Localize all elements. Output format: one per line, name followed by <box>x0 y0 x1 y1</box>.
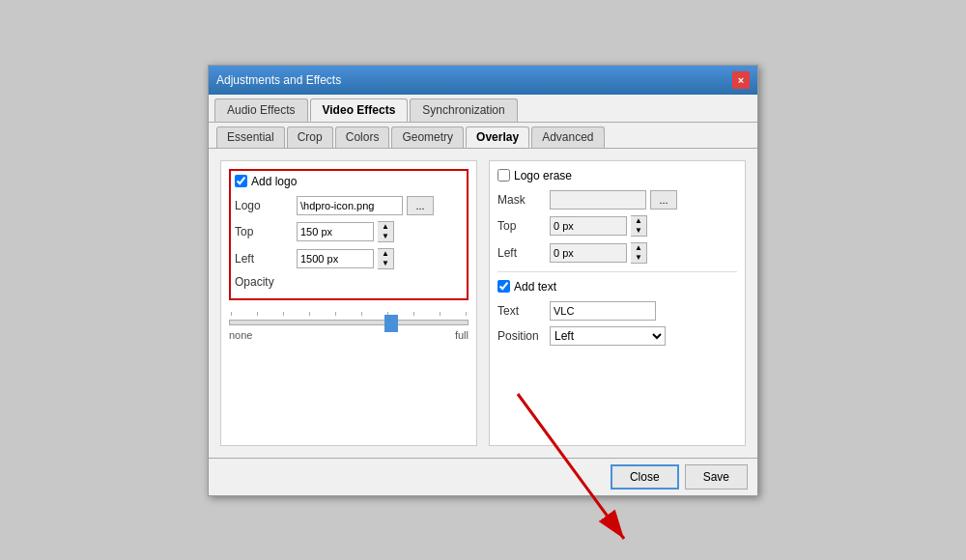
logo-row: Logo ... <box>235 196 463 215</box>
logo-erase-checkbox[interactable] <box>497 169 510 182</box>
top-spinner[interactable]: ▲ ▼ <box>378 221 394 242</box>
mask-browse-button[interactable]: ... <box>650 190 677 210</box>
right-left-label: Left <box>497 246 546 260</box>
logo-browse-button[interactable]: ... <box>407 196 434 215</box>
opacity-label: Opacity <box>235 275 293 289</box>
top-row: Top ▲ ▼ <box>235 221 463 242</box>
add-logo-checkbox[interactable] <box>235 175 247 187</box>
content-area: Add logo Logo ... Top ▲ ▼ <box>209 149 757 458</box>
close-button[interactable]: Close <box>611 464 679 490</box>
position-row: Position Left Right Center Top Bottom <box>497 326 737 346</box>
tick <box>283 312 284 316</box>
left-panel: Add logo Logo ... Top ▲ ▼ <box>220 160 477 446</box>
tick <box>361 312 362 316</box>
inner-tab-bar: Essential Crop Colors Geometry Overlay A… <box>209 123 757 149</box>
left-row: Left ▲ ▼ <box>235 248 463 269</box>
add-logo-header: Add logo <box>235 175 463 188</box>
left-down-button[interactable]: ▼ <box>378 259 393 268</box>
position-label: Position <box>497 329 546 343</box>
text-row: Text <box>497 301 737 321</box>
opacity-slider[interactable] <box>229 320 469 325</box>
tick <box>413 312 414 316</box>
right-left-up[interactable]: ▲ <box>631 243 646 253</box>
right-left-down[interactable]: ▼ <box>631 253 646 263</box>
tab-audio-effects[interactable]: Audio Effects <box>214 98 308 122</box>
left-label: Left <box>235 252 293 266</box>
right-top-label: Top <box>497 219 546 233</box>
right-left-spinner[interactable]: ▲ ▼ <box>631 242 647 264</box>
tick <box>257 312 258 316</box>
close-button[interactable]: × <box>732 71 750 89</box>
text-input[interactable] <box>550 301 656 321</box>
top-up-button[interactable]: ▲ <box>378 222 393 232</box>
tick <box>309 312 310 316</box>
tick <box>440 312 440 316</box>
right-left-row: Left ▲ ▼ <box>497 242 737 264</box>
add-logo-text: Add logo <box>251 175 297 188</box>
tick <box>231 312 232 316</box>
tab-crop[interactable]: Crop <box>287 126 333 148</box>
tab-advanced[interactable]: Advanced <box>531 126 604 148</box>
mask-input[interactable] <box>550 190 646 210</box>
slider-none-label: none <box>229 329 252 341</box>
logo-label: Logo <box>235 199 293 212</box>
mask-label: Mask <box>497 193 546 207</box>
title-bar: Adjustments and Effects × <box>209 66 757 95</box>
tick <box>466 312 467 316</box>
add-text-checkbox[interactable] <box>497 280 510 293</box>
position-select[interactable]: Left Right Center Top Bottom <box>550 326 666 346</box>
outer-tab-bar: Audio Effects Video Effects Synchronizat… <box>209 95 757 123</box>
right-panel: Logo erase Mask ... Top ▲ ▼ Left <box>489 160 746 446</box>
tab-synchronization[interactable]: Synchronization <box>410 98 517 122</box>
logo-erase-label: Logo erase <box>514 169 572 182</box>
opacity-slider-container: none full <box>229 308 469 345</box>
tab-video-effects[interactable]: Video Effects <box>310 98 409 122</box>
right-top-input[interactable] <box>550 216 627 236</box>
tab-colors[interactable]: Colors <box>335 126 390 148</box>
mask-row: Mask ... <box>497 190 737 210</box>
slider-thumb[interactable] <box>384 315 398 332</box>
add-logo-section: Add logo Logo ... Top ▲ ▼ <box>229 169 469 300</box>
save-button[interactable]: Save <box>685 464 748 490</box>
tab-overlay[interactable]: Overlay <box>466 126 529 148</box>
slider-labels: none full <box>229 329 469 341</box>
top-label: Top <box>235 225 293 238</box>
opacity-row: Opacity <box>235 275 463 289</box>
left-spinner[interactable]: ▲ ▼ <box>378 248 394 269</box>
slider-ticks <box>229 312 469 316</box>
footer: Close Save <box>209 458 757 495</box>
right-top-down[interactable]: ▼ <box>631 226 646 236</box>
tick <box>335 312 336 316</box>
top-down-button[interactable]: ▼ <box>378 232 393 241</box>
dialog-title: Adjustments and Effects <box>216 73 341 87</box>
add-text-row: Add text <box>497 280 737 294</box>
slider-full-label: full <box>455 329 469 341</box>
tab-essential[interactable]: Essential <box>216 126 285 148</box>
dialog: Adjustments and Effects × Audio Effects … <box>208 65 758 496</box>
logo-erase-row: Logo erase <box>497 169 737 182</box>
right-top-spinner[interactable]: ▲ ▼ <box>631 215 647 237</box>
text-label: Text <box>497 304 546 318</box>
left-input[interactable] <box>297 249 374 268</box>
top-input[interactable] <box>297 222 374 241</box>
right-top-row: Top ▲ ▼ <box>497 215 737 237</box>
add-text-label: Add text <box>514 280 556 294</box>
tab-geometry[interactable]: Geometry <box>391 126 464 148</box>
right-top-up[interactable]: ▲ <box>631 216 646 226</box>
right-left-input[interactable] <box>550 243 627 263</box>
add-logo-checkbox-label[interactable]: Add logo <box>235 175 297 188</box>
logo-input[interactable] <box>297 196 403 215</box>
left-up-button[interactable]: ▲ <box>378 249 393 259</box>
